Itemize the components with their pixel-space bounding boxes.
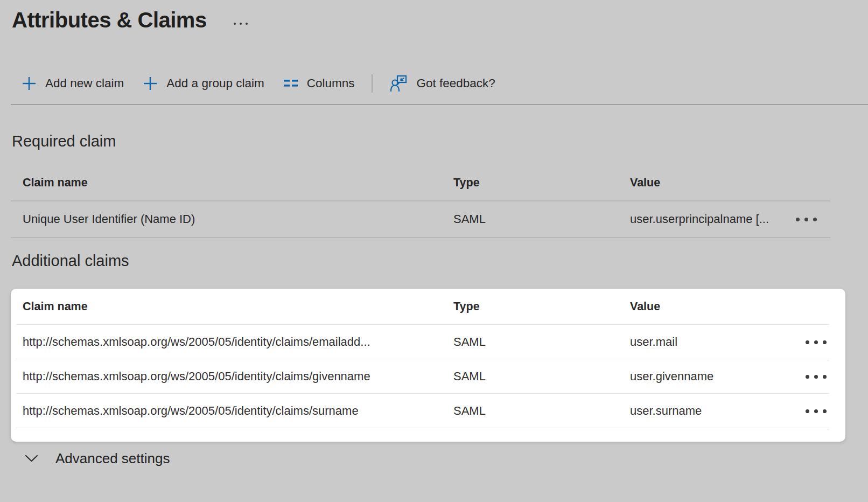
command-bar: Add new claim Add a group claim Columns: [12, 71, 505, 96]
toolbar-bottom-divider: [11, 104, 868, 105]
dot: [806, 340, 809, 344]
column-header-claim-name: Claim name: [23, 300, 453, 313]
got-feedback-label: Got feedback?: [416, 76, 495, 90]
feedback-person-chat-icon: [390, 74, 408, 93]
dot: [823, 340, 827, 344]
column-header-value: Value: [630, 176, 782, 190]
type-cell: SAML: [453, 369, 630, 384]
column-header-claim-name: Claim name: [23, 176, 453, 190]
claim-row-emailaddress[interactable]: http://schemas.xmlsoap.org/ws/2005/05/id…: [11, 325, 845, 359]
additional-claims-table: Claim name Type Value http://schemas.xml…: [11, 289, 845, 442]
value-cell: user.userprincipalname [...: [630, 212, 782, 226]
row-menu-button[interactable]: [803, 371, 829, 383]
claim-row-givenname[interactable]: http://schemas.xmlsoap.org/ws/2005/05/id…: [11, 359, 845, 394]
row-menu-button[interactable]: [803, 405, 829, 417]
dot: [246, 23, 248, 25]
dot: [823, 409, 827, 413]
dot: [823, 375, 827, 379]
additional-claims-table-header: Claim name Type Value: [11, 289, 845, 325]
dot: [814, 409, 818, 413]
advanced-settings-label: Advanced settings: [55, 450, 170, 467]
required-claim-heading: Required claim: [12, 133, 116, 150]
plus-icon: [21, 75, 37, 92]
page-more-options-icon[interactable]: [232, 20, 250, 27]
columns-label: Columns: [307, 76, 355, 90]
required-claim-table-header: Claim name Type Value: [11, 165, 830, 201]
additional-claims-heading: Additional claims: [12, 252, 129, 270]
claim-name-cell: Unique User Identifier (Name ID): [23, 212, 453, 226]
plus-icon: [142, 75, 158, 92]
add-new-claim-label: Add new claim: [45, 76, 124, 90]
value-cell: user.mail: [630, 335, 786, 349]
column-header-type: Type: [453, 300, 630, 313]
dot: [804, 218, 808, 221]
dot: [234, 23, 236, 25]
claim-name-cell: http://schemas.xmlsoap.org/ws/2005/05/id…: [23, 404, 453, 418]
row-menu-button[interactable]: [794, 213, 819, 226]
dot: [240, 23, 242, 25]
dot: [796, 218, 800, 221]
type-cell: SAML: [453, 212, 630, 226]
row-menu-button[interactable]: [803, 336, 829, 348]
claim-name-cell: http://schemas.xmlsoap.org/ws/2005/05/id…: [23, 369, 453, 384]
type-cell: SAML: [453, 404, 630, 418]
type-cell: SAML: [453, 335, 630, 349]
add-group-claim-label: Add a group claim: [166, 76, 264, 90]
page-title: Attributes & Claims: [12, 6, 207, 33]
add-new-claim-button[interactable]: Add new claim: [12, 71, 133, 96]
add-group-claim-button[interactable]: Add a group claim: [133, 71, 273, 96]
got-feedback-button[interactable]: Got feedback?: [381, 71, 504, 96]
dot: [806, 375, 809, 379]
claim-name-cell: http://schemas.xmlsoap.org/ws/2005/05/id…: [23, 335, 453, 349]
dot: [806, 409, 809, 413]
value-cell: user.givenname: [630, 369, 786, 384]
required-claim-table: Claim name Type Value Unique User Identi…: [11, 165, 830, 238]
dot: [813, 218, 817, 221]
dot: [814, 340, 818, 344]
chevron-down-icon: [24, 452, 39, 465]
columns-icon: [283, 75, 299, 92]
column-header-value: Value: [630, 300, 786, 313]
columns-button[interactable]: Columns: [274, 71, 364, 96]
attributes-claims-page: Attributes & Claims Add new claim Add a …: [0, 0, 868, 502]
claim-row-surname[interactable]: http://schemas.xmlsoap.org/ws/2005/05/id…: [11, 394, 845, 428]
column-header-type: Type: [453, 176, 630, 190]
toolbar-divider: [372, 74, 373, 93]
dot: [814, 375, 818, 379]
advanced-settings-toggle[interactable]: Advanced settings: [24, 448, 170, 469]
value-cell: user.surname: [630, 404, 786, 418]
page-header: Attributes & Claims: [12, 6, 250, 33]
required-claim-row[interactable]: Unique User Identifier (Name ID) SAML us…: [11, 201, 830, 238]
